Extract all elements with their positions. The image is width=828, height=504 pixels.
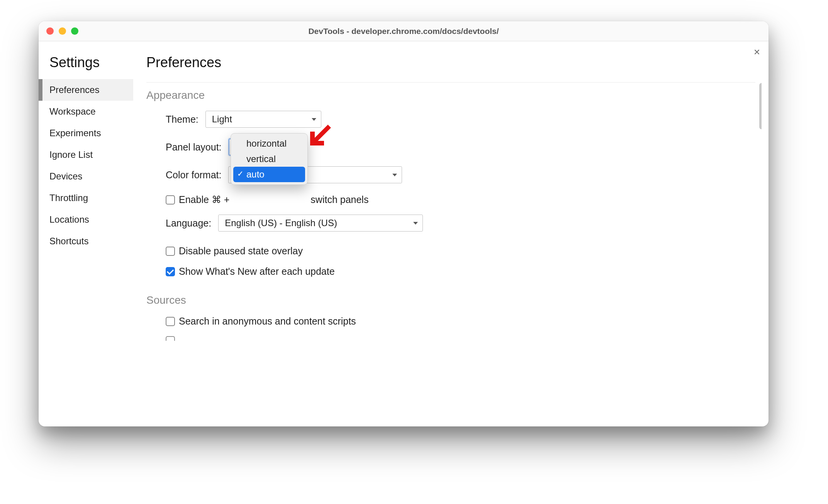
search-anon-checkbox[interactable] <box>166 317 175 326</box>
sidebar-item-locations[interactable]: Locations <box>39 209 133 230</box>
scrollbar[interactable] <box>759 83 762 129</box>
sidebar-item-label: Shortcuts <box>49 236 88 246</box>
language-row: Language: English (US) - English (US) <box>146 215 762 232</box>
disable-paused-overlay-row: Disable paused state overlay <box>146 245 762 257</box>
content: × Settings Preferences Workspace Experim… <box>39 41 769 426</box>
search-anon-label: Search in anonymous and content scripts <box>179 316 356 327</box>
chevron-down-icon <box>392 174 397 176</box>
sidebar-item-ignore-list[interactable]: Ignore List <box>39 144 133 166</box>
theme-select-value: Light <box>212 114 232 125</box>
panel-layout-dropdown: horizontal vertical auto <box>231 133 308 185</box>
sidebar-item-devices[interactable]: Devices <box>39 166 133 187</box>
disable-paused-overlay-label: Disable paused state overlay <box>179 245 303 257</box>
truncated-row <box>146 336 762 341</box>
language-label: Language: <box>166 218 211 229</box>
sidebar-item-label: Ignore List <box>49 149 93 160</box>
language-select-value: English (US) - English (US) <box>225 218 337 228</box>
disable-paused-overlay-checkbox[interactable] <box>166 247 175 256</box>
language-select[interactable]: English (US) - English (US) <box>218 215 423 232</box>
window-maximize-button[interactable] <box>71 27 78 35</box>
sidebar-item-label: Locations <box>49 214 89 225</box>
show-whats-new-label: Show What's New after each update <box>179 266 335 277</box>
show-whats-new-checkbox[interactable] <box>166 267 175 276</box>
titlebar: DevTools - developer.chrome.com/docs/dev… <box>39 21 769 41</box>
truncated-checkbox[interactable] <box>166 336 175 341</box>
theme-select[interactable]: Light <box>205 111 321 128</box>
chevron-down-icon <box>413 222 418 225</box>
chevron-down-icon <box>312 118 316 121</box>
section-heading-appearance: Appearance <box>146 89 762 101</box>
sidebar-item-workspace[interactable]: Workspace <box>39 101 133 122</box>
sidebar-item-label: Workspace <box>49 106 96 117</box>
window-close-button[interactable] <box>46 27 54 35</box>
divider <box>146 82 755 83</box>
traffic-lights <box>39 27 78 35</box>
window-minimize-button[interactable] <box>59 27 66 35</box>
main-panel: Preferences Appearance Theme: Light Pane… <box>133 41 769 426</box>
dropdown-option-vertical[interactable]: vertical <box>233 151 305 167</box>
sidebar-item-experiments[interactable]: Experiments <box>39 122 133 144</box>
dropdown-option-label: auto <box>246 169 265 179</box>
show-whats-new-row: Show What's New after each update <box>146 266 762 277</box>
page-title: Preferences <box>146 54 755 71</box>
dropdown-option-label: horizontal <box>246 138 287 149</box>
sidebar-title: Settings <box>39 54 133 71</box>
window-title: DevTools - developer.chrome.com/docs/dev… <box>39 27 769 36</box>
sidebar-item-shortcuts[interactable]: Shortcuts <box>39 230 133 252</box>
enable-shortcut-row: Enable ⌘ + switch panels <box>146 194 762 205</box>
sidebar-item-label: Throttling <box>49 193 88 203</box>
sidebar-item-throttling[interactable]: Throttling <box>39 187 133 209</box>
color-format-label: Color format: <box>166 169 221 181</box>
section-heading-sources: Sources <box>146 294 762 306</box>
theme-label: Theme: <box>166 114 199 125</box>
panel-layout-label: Panel layout: <box>166 142 222 153</box>
dropdown-option-horizontal[interactable]: horizontal <box>233 136 305 151</box>
theme-row: Theme: Light <box>146 111 762 128</box>
enable-shortcut-checkbox[interactable] <box>166 195 175 205</box>
sidebar-item-label: Preferences <box>49 85 99 95</box>
preferences-scroll-area: Appearance Theme: Light Panel layout: au… <box>146 83 762 426</box>
sidebar-item-label: Experiments <box>49 128 101 138</box>
enable-shortcut-label-before: Enable ⌘ + <box>179 194 229 205</box>
sidebar-item-preferences[interactable]: Preferences <box>39 79 133 101</box>
dropdown-option-auto[interactable]: auto <box>233 167 305 182</box>
settings-sidebar: Settings Preferences Workspace Experimen… <box>39 41 133 426</box>
close-icon[interactable]: × <box>754 46 760 58</box>
devtools-window: DevTools - developer.chrome.com/docs/dev… <box>39 21 769 426</box>
sidebar-item-label: Devices <box>49 171 82 181</box>
dropdown-option-label: vertical <box>246 154 276 164</box>
enable-shortcut-label-after: switch panels <box>310 194 368 205</box>
search-anon-row: Search in anonymous and content scripts <box>146 316 762 327</box>
